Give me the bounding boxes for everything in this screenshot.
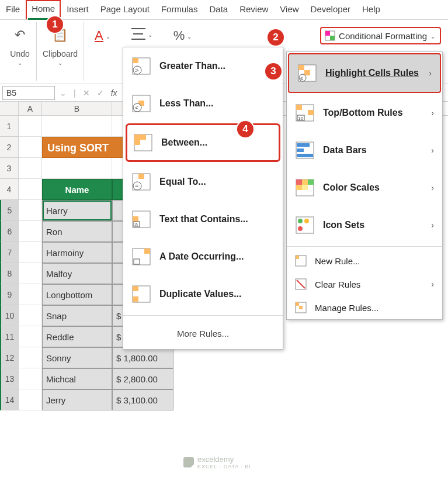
row-header[interactable]: 14 (0, 389, 19, 410)
menu-manage-rules[interactable]: Manage Rules... (287, 296, 442, 319)
name-box-input[interactable] (2, 86, 55, 100)
undo-icon[interactable]: ↶ (9, 25, 30, 46)
menu-data-bars[interactable]: Data Bars › (287, 132, 442, 169)
row-header[interactable]: 1 (0, 116, 19, 137)
menu-duplicate-values[interactable]: Duplicate Values... (123, 275, 283, 313)
menu-top-bottom-rules[interactable]: 10 Top/Bottom Rules › (287, 94, 442, 132)
tab-insert[interactable]: Insert (61, 0, 95, 19)
row-header[interactable]: 8 (0, 263, 19, 284)
menu-clear-rules[interactable]: Clear Rules › (287, 272, 442, 296)
menu-text-contains[interactable]: a Text that Contains... (123, 201, 283, 238)
svg-rect-44 (140, 134, 146, 140)
formula-cancel-icon[interactable]: ✕ (81, 88, 92, 98)
menu-greater-than[interactable]: > Greater Than... (123, 47, 283, 85)
tab-review[interactable]: Review (234, 0, 274, 19)
svg-rect-56 (134, 259, 140, 264)
row-header[interactable]: 6 (0, 221, 19, 242)
menu-between[interactable]: Between... (126, 123, 280, 162)
row-header[interactable]: 12 (0, 347, 19, 368)
cell[interactable] (19, 347, 42, 368)
select-all-corner[interactable] (0, 102, 19, 115)
cell[interactable] (19, 284, 42, 305)
font-caret-icon[interactable]: ⌄ (106, 33, 110, 40)
row-header[interactable]: 10 (0, 305, 19, 326)
cell[interactable]: $ 3,100.00 (112, 389, 173, 410)
cell[interactable] (19, 326, 42, 347)
cell[interactable] (42, 158, 112, 179)
align-caret-icon[interactable]: ⌄ (148, 32, 152, 38)
menu-color-scales[interactable]: Color Scales › (287, 169, 442, 206)
row-header[interactable]: 3 (0, 158, 19, 179)
cell[interactable]: Sonny (42, 347, 112, 368)
cell[interactable] (19, 137, 42, 158)
menu-label: Between... (161, 137, 273, 148)
watermark: exceldemy EXCEL · DATA · BI (183, 455, 251, 469)
menu-new-rule[interactable]: New Rule... (287, 249, 442, 272)
svg-rect-2 (330, 36, 335, 40)
cell[interactable]: Harry (42, 200, 112, 221)
cell[interactable]: Michcal (42, 368, 112, 389)
cell[interactable] (19, 389, 42, 410)
cell[interactable] (19, 221, 42, 242)
header-name-cell[interactable]: Name (42, 179, 112, 200)
tab-view[interactable]: View (274, 0, 304, 19)
tab-file[interactable]: File (0, 0, 26, 19)
menu-more-rules[interactable]: More Rules... (123, 318, 283, 349)
row-header[interactable]: 2 (0, 137, 19, 158)
cell[interactable] (19, 158, 42, 179)
cell[interactable]: $ 1,800.00 (112, 347, 173, 368)
cell[interactable] (19, 179, 42, 200)
undo-caret-icon[interactable]: ⌄ (18, 60, 22, 66)
top-bottom-icon: 10 (295, 103, 315, 122)
cell[interactable]: Snap (42, 305, 112, 326)
number-caret-icon[interactable]: ⌄ (187, 33, 192, 40)
row-header[interactable]: 13 (0, 368, 19, 389)
alignment-icon[interactable] (131, 28, 145, 40)
tab-page-layout[interactable]: Page Layout (95, 0, 155, 19)
tab-help[interactable]: Help (356, 0, 386, 19)
cell[interactable] (42, 116, 112, 137)
menu-highlight-cells-rules[interactable]: ≤ Highlight Cells Rules › (288, 53, 441, 93)
manage-rules-icon (295, 302, 307, 313)
cell[interactable] (19, 368, 42, 389)
tab-formulas[interactable]: Formulas (155, 0, 204, 19)
row-header[interactable]: 9 (0, 284, 19, 305)
menu-date-occurring[interactable]: A Date Occurring... (123, 238, 283, 275)
tab-data[interactable]: Data (203, 0, 234, 19)
chevron-right-icon: › (431, 146, 434, 155)
formula-accept-icon[interactable]: ✓ (95, 88, 106, 98)
cell[interactable]: Malfoy (42, 263, 112, 284)
col-header-A[interactable]: A (19, 102, 42, 115)
cell[interactable]: Longbottom (42, 284, 112, 305)
row-header[interactable]: 11 (0, 326, 19, 347)
tab-developer[interactable]: Developer (305, 0, 356, 19)
svg-rect-19 (302, 179, 308, 185)
callout-4: 4 (237, 121, 253, 137)
fx-icon[interactable]: fx (109, 88, 120, 98)
menu-label: Clear Rules (315, 279, 423, 289)
cell[interactable]: Jerry (42, 389, 112, 410)
svg-rect-59 (133, 296, 138, 302)
row-header[interactable]: 7 (0, 242, 19, 263)
menu-icon-sets[interactable]: Icon Sets › (287, 206, 442, 244)
row-header[interactable]: 5 (0, 200, 19, 221)
menu-label: Text that Contains... (159, 214, 275, 225)
font-color-icon[interactable]: A (95, 28, 103, 43)
cell[interactable] (19, 263, 42, 284)
cell[interactable]: Harmoiny (42, 242, 112, 263)
col-header-B[interactable]: B (42, 102, 112, 115)
conditional-formatting-button[interactable]: Conditional Formatting ⌄ (320, 27, 441, 44)
cell[interactable]: $ 2,800.00 (112, 368, 173, 389)
clipboard-caret-icon[interactable]: ⌄ (58, 60, 62, 66)
name-box-caret-icon[interactable]: ⌄ (57, 88, 69, 98)
cell[interactable] (19, 305, 42, 326)
cell[interactable] (19, 242, 42, 263)
cell[interactable] (19, 116, 42, 137)
menu-less-than[interactable]: < Less Than... (123, 85, 283, 122)
cell[interactable]: Reddle (42, 326, 112, 347)
cell[interactable]: Ron (42, 221, 112, 242)
menu-equal-to[interactable]: = Equal To... (123, 163, 283, 201)
row-header[interactable]: 4 (0, 179, 19, 200)
percent-icon[interactable]: % (173, 28, 185, 43)
cell[interactable] (19, 200, 42, 221)
